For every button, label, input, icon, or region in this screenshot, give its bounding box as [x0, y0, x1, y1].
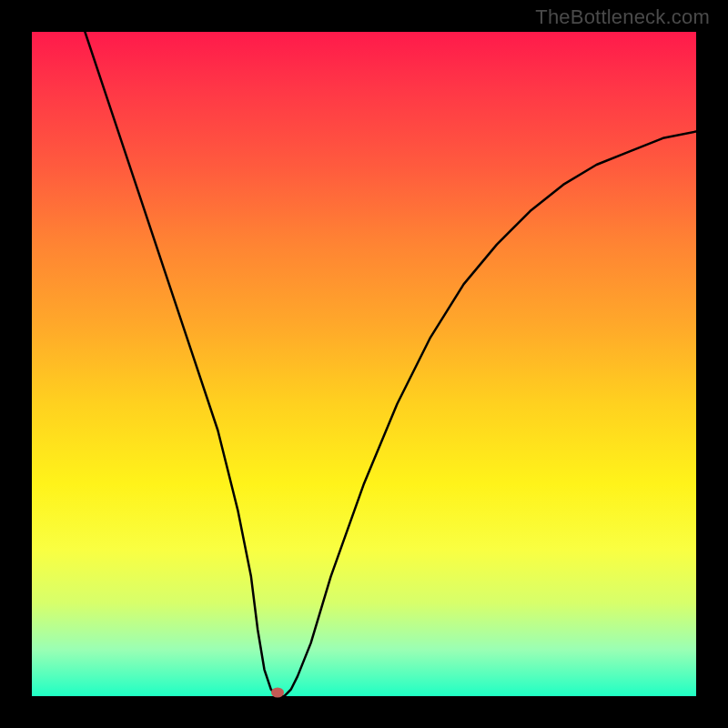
- chart-svg: [32, 32, 696, 696]
- focus-marker: [271, 688, 284, 698]
- chart-frame: TheBottleneck.com: [0, 0, 728, 728]
- plot-area: [32, 32, 696, 696]
- watermark-text: TheBottleneck.com: [535, 5, 710, 29]
- curve-line: [85, 32, 696, 696]
